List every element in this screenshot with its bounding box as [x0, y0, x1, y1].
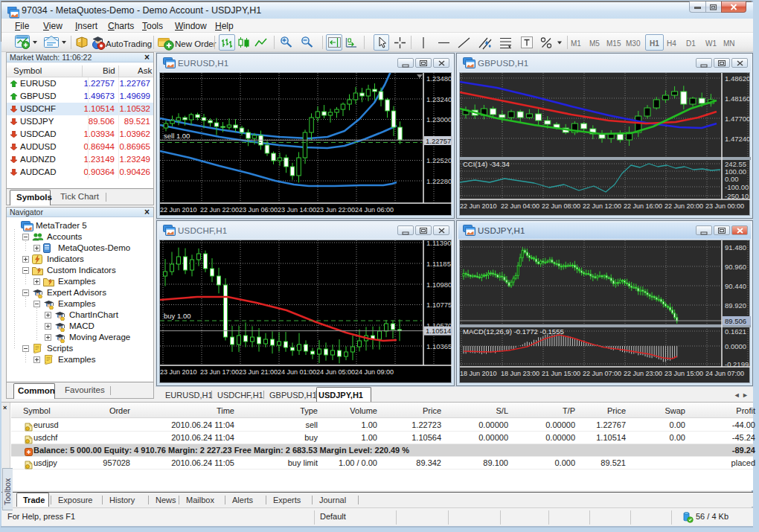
- svg-text:22 Jun 20:00: 22 Jun 20:00: [664, 202, 703, 210]
- svg-text:90.440: 90.440: [725, 282, 746, 290]
- svg-text:1.48160: 1.48160: [725, 94, 750, 103]
- svg-text:21 Jun 15:00: 21 Jun 15:00: [542, 370, 580, 377]
- svg-text:23 Jun 21:00: 23 Jun 21:00: [239, 368, 278, 376]
- svg-text:0.00: 0.00: [725, 175, 739, 183]
- svg-text:24 Jun 07:00: 24 Jun 07:00: [705, 370, 744, 377]
- svg-text:23 Jun 15:00: 23 Jun 15:00: [664, 370, 703, 377]
- svg-text:22 Jun 12:00: 22 Jun 12:00: [583, 202, 621, 210]
- svg-text:89.920: 89.920: [725, 301, 746, 310]
- svg-text:1.10980: 1.10980: [426, 281, 452, 289]
- svg-text:24 Jun 09:00: 24 Jun 09:00: [355, 368, 394, 376]
- svg-text:1.11185: 1.11185: [426, 260, 451, 268]
- svg-text:22 Jun 23:00: 22 Jun 23:00: [624, 370, 662, 377]
- svg-text:1.10365: 1.10365: [426, 342, 452, 350]
- svg-text:18 Jun 23:00: 18 Jun 23:00: [501, 370, 539, 377]
- svg-text:22 Jun 08:00: 22 Jun 08:00: [542, 202, 580, 210]
- svg-text:22 Jun 16:00: 22 Jun 16:00: [624, 202, 662, 210]
- svg-text:1.47240: 1.47240: [725, 135, 750, 143]
- svg-text:1.10775: 1.10775: [426, 301, 452, 309]
- svg-text:91.480: 91.480: [725, 243, 746, 251]
- svg-text:23 Jun 06:00: 23 Jun 06:00: [239, 206, 278, 214]
- svg-text:1.22520: 1.22520: [426, 156, 452, 164]
- svg-text:1.23240: 1.23240: [426, 95, 452, 103]
- svg-text:CCI(14) -34.34: CCI(14) -34.34: [463, 160, 510, 168]
- svg-text:23 Jun 2010: 23 Jun 2010: [160, 368, 197, 376]
- svg-text:23 Jun 00:00: 23 Jun 00:00: [705, 202, 744, 210]
- svg-text:90.960: 90.960: [725, 263, 746, 271]
- svg-text:0.0000: 0.0000: [725, 342, 746, 350]
- svg-text:23 Jun 17:00: 23 Jun 17:00: [200, 368, 239, 376]
- svg-text:1.22280: 1.22280: [426, 177, 452, 185]
- svg-text:1.48620: 1.48620: [725, 74, 750, 83]
- svg-text:1.10514: 1.10514: [426, 327, 451, 335]
- svg-text:buy 1.00: buy 1.00: [164, 312, 190, 320]
- svg-text:1.23000: 1.23000: [426, 115, 452, 124]
- svg-text:22 Jun 2010: 22 Jun 2010: [460, 202, 497, 210]
- svg-text:22 Jun 22:00: 22 Jun 22:00: [200, 206, 239, 214]
- svg-text:-0.2199: -0.2199: [725, 360, 749, 368]
- svg-text:89.506: 89.506: [725, 317, 746, 325]
- svg-text:0.1621: 0.1621: [725, 327, 746, 336]
- svg-text:18 Jun 2010: 18 Jun 2010: [460, 370, 497, 377]
- svg-text:24 Jun 06:00: 24 Jun 06:00: [355, 206, 394, 214]
- svg-text:sell 1.00: sell 1.00: [164, 132, 190, 140]
- svg-text:-100.00: -100.00: [725, 183, 749, 191]
- svg-text:1.47700: 1.47700: [725, 115, 750, 123]
- svg-text:1.22757: 1.22757: [426, 137, 451, 145]
- svg-text:1.23480: 1.23480: [426, 74, 452, 83]
- svg-text:22 Jun 04:00: 22 Jun 04:00: [501, 202, 539, 210]
- svg-text:22 Jun 07:00: 22 Jun 07:00: [583, 370, 621, 377]
- svg-text:24 Jun 05:00: 24 Jun 05:00: [316, 368, 355, 376]
- svg-text:23 Jun 14:00: 23 Jun 14:00: [278, 206, 316, 214]
- svg-text:-250.10: -250.10: [725, 192, 749, 200]
- svg-text:24 Jun 01:00: 24 Jun 01:00: [278, 368, 316, 376]
- svg-text:1.11390: 1.11390: [426, 240, 452, 247]
- svg-text:23 Jun 22:00: 23 Jun 22:00: [316, 206, 355, 214]
- svg-text:22 Jun 2010: 22 Jun 2010: [160, 206, 197, 214]
- svg-text:MACD(12,26,9) -0.1772 -0.1555: MACD(12,26,9) -0.1772 -0.1555: [463, 327, 564, 336]
